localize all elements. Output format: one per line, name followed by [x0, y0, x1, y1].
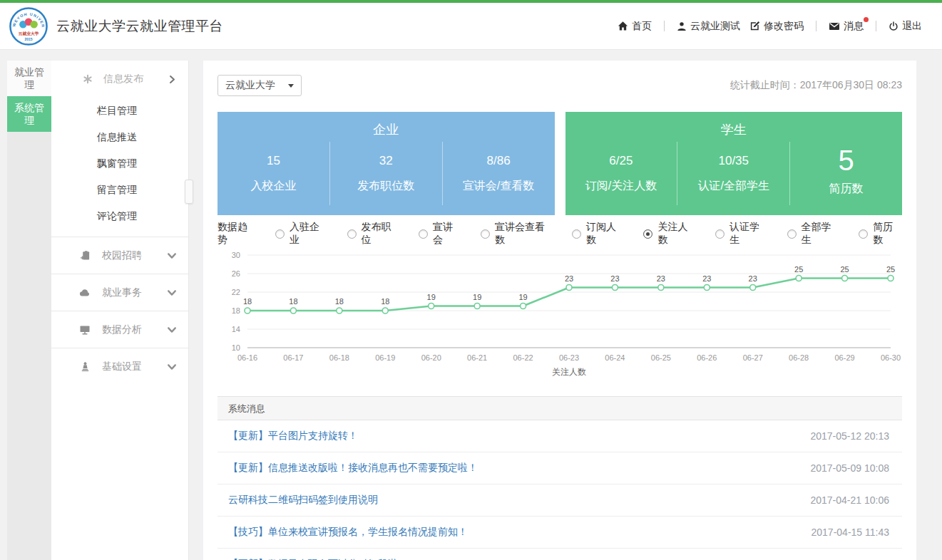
- sidebar-subitem-1[interactable]: 信息推送: [51, 124, 188, 150]
- sidebar-group-1[interactable]: 就业事务: [51, 274, 188, 311]
- chevron-down-icon: [167, 362, 177, 372]
- sidebar-group-label: 就业事务: [102, 286, 142, 299]
- trend-option-1[interactable]: 发布职位: [347, 221, 401, 247]
- svg-text:18: 18: [335, 297, 344, 306]
- sidebar-subitem-0[interactable]: 栏目管理: [51, 98, 188, 124]
- trend-option-5[interactable]: 关注人数: [643, 221, 697, 247]
- chevron-down-icon: [288, 84, 294, 88]
- card-stat: 10/35认证/全部学生: [677, 142, 789, 205]
- trend-option-3[interactable]: 宣讲会查看数: [481, 221, 553, 247]
- logo-year-text: 2015: [24, 36, 32, 41]
- trend-option-label: 全部学生: [802, 221, 841, 247]
- user-icon: [677, 21, 687, 31]
- rail-item-system-mgmt[interactable]: 系统管理: [7, 96, 51, 132]
- sidebar-group-info-publish[interactable]: 信息发布: [51, 61, 188, 98]
- trend-option-8[interactable]: 简历数: [859, 221, 902, 247]
- edit-icon: [749, 21, 760, 31]
- card-stat: 32发布职位数: [329, 142, 442, 205]
- nav-item-user-test[interactable]: 云就业测试: [677, 20, 740, 33]
- trend-option-0[interactable]: 入驻企业: [275, 221, 329, 247]
- svg-text:23: 23: [657, 274, 665, 283]
- message-date: 2017-04-21 10:06: [810, 494, 889, 506]
- trend-option-label: 简历数: [873, 221, 902, 247]
- message-row: 【更新】信息推送改版啦！接收消息再也不需要预定啦！2017-05-09 10:0…: [217, 452, 902, 484]
- svg-text:23: 23: [565, 274, 573, 283]
- trend-option-7[interactable]: 全部学生: [787, 221, 841, 247]
- trend-option-label: 关注人数: [657, 221, 697, 247]
- sidebar-subitem-2[interactable]: 飘窗管理: [51, 150, 188, 177]
- sidebar-submenu: 栏目管理信息推送飘窗管理留言管理评论管理: [51, 98, 188, 237]
- mail-icon: [829, 21, 840, 32]
- svg-text:23: 23: [610, 274, 619, 283]
- svg-text:10: 10: [232, 343, 240, 352]
- sidebar-resize-handle[interactable]: [185, 180, 193, 204]
- nav-item-label: 云就业测试: [690, 20, 740, 33]
- stat-cards: 企业15入校企业32发布职位数8/86宣讲会/查看数学生6/25订阅/关注人数1…: [217, 112, 902, 215]
- card-stat: 6/25订阅/关注人数: [565, 142, 677, 205]
- radio-icon: [643, 229, 652, 239]
- top-nav: 首页云就业测试修改密码消息退出: [618, 20, 922, 33]
- school-select-value: 云就业大学: [225, 79, 275, 92]
- message-link[interactable]: 【更新】平台图片支持旋转！: [228, 430, 358, 442]
- svg-text:06-16: 06-16: [237, 353, 257, 362]
- message-link[interactable]: 【技巧】单位来校宣讲预报名，学生报名情况提前知！: [228, 526, 468, 539]
- sidebar-group-3[interactable]: 基础设置: [51, 348, 188, 385]
- toolbar-row: 云就业大学 统计截止时间：2017年06月30日 08:23: [217, 75, 902, 96]
- sidebar-group-label: 数据分析: [102, 323, 142, 336]
- svg-text:06-23: 06-23: [559, 353, 579, 362]
- stat-value: 6/25: [609, 154, 633, 168]
- trend-option-label: 入驻企业: [290, 221, 329, 247]
- trend-option-4[interactable]: 订阅人数: [572, 221, 625, 247]
- nav-item-change-password[interactable]: 修改密码: [749, 20, 804, 33]
- card-stat: 8/86宣讲会/查看数: [442, 142, 555, 205]
- trend-row-label: 数据趋势: [217, 221, 257, 247]
- nav-item-home[interactable]: 首页: [618, 20, 652, 33]
- main-content: 云就业大学 统计截止时间：2017年06月30日 08:23 企业15入校企业3…: [203, 61, 916, 560]
- stat-value: 8/86: [487, 154, 511, 168]
- stat-value: 15: [267, 154, 280, 168]
- messages-panel-title: 系统消息: [217, 396, 902, 420]
- svg-text:06-21: 06-21: [467, 353, 487, 362]
- card-stat: 5简历数: [789, 142, 902, 205]
- chevron-down-icon: [167, 288, 177, 298]
- svg-text:06-26: 06-26: [697, 353, 717, 362]
- rail-item-employment-mgmt[interactable]: 就业管理: [7, 61, 51, 96]
- message-row: 云研科技二维码扫码签到使用说明2017-04-21 10:06: [217, 484, 902, 517]
- svg-text:18: 18: [232, 306, 240, 315]
- nav-item-messages[interactable]: 消息: [829, 20, 864, 33]
- trend-option-label: 订阅人数: [586, 221, 625, 247]
- sidebar-group-label: 信息发布: [103, 73, 143, 85]
- university-logo-icon: WEYOH UNIVERSITY 云就业大学 2015: [9, 7, 48, 46]
- monitor-icon: [78, 324, 91, 336]
- stat-label: 入校企业: [250, 179, 296, 194]
- radio-icon: [572, 229, 581, 239]
- message-link[interactable]: 【更新】信息推送改版啦！接收消息再也不需要预定啦！: [228, 462, 478, 475]
- chevron-down-icon: [167, 325, 177, 335]
- school-select[interactable]: 云就业大学: [217, 75, 302, 96]
- messages-list: 【更新】平台图片支持旋转！2017-05-12 20:13【更新】信息推送改版啦…: [217, 420, 902, 560]
- header: WEYOH UNIVERSITY 云就业大学 2015 云就业大学云就业管理平台…: [0, 0, 942, 50]
- message-row: 【更新】平台图片支持旋转！2017-05-12 20:13: [217, 420, 902, 452]
- nav-separator: [876, 21, 876, 31]
- message-date: 2017-05-09 10:08: [810, 462, 889, 474]
- message-link[interactable]: 云研科技二维码扫码签到使用说明: [228, 494, 378, 507]
- nav-item-label: 修改密码: [764, 20, 804, 33]
- sidebar-subitem-3[interactable]: 留言管理: [51, 177, 188, 203]
- stat-value: 32: [379, 154, 393, 168]
- svg-text:25: 25: [886, 265, 895, 274]
- sidebar-subitem-4[interactable]: 评论管理: [51, 203, 188, 229]
- sidebar-group-0[interactable]: 校园招聘: [51, 237, 188, 274]
- sidebar-groups: 校园招聘就业事务数据分析基础设置: [51, 237, 188, 385]
- trend-option-6[interactable]: 认证学生: [715, 221, 769, 247]
- sidebar-group-2[interactable]: 数据分析: [51, 311, 188, 348]
- trend-option-2[interactable]: 宣讲会: [419, 221, 462, 247]
- radio-icon: [275, 229, 285, 239]
- nav-item-logout[interactable]: 退出: [889, 20, 922, 33]
- card-stats: 6/25订阅/关注人数10/35认证/全部学生5简历数: [565, 142, 903, 205]
- svg-text:14: 14: [232, 325, 240, 333]
- svg-text:06-25: 06-25: [651, 353, 671, 362]
- chess-icon: [78, 361, 91, 372]
- card-student: 学生6/25订阅/关注人数10/35认证/全部学生5简历数: [565, 112, 903, 215]
- stat-label: 宣讲会/查看数: [463, 179, 534, 194]
- clipboard-icon: [78, 250, 91, 261]
